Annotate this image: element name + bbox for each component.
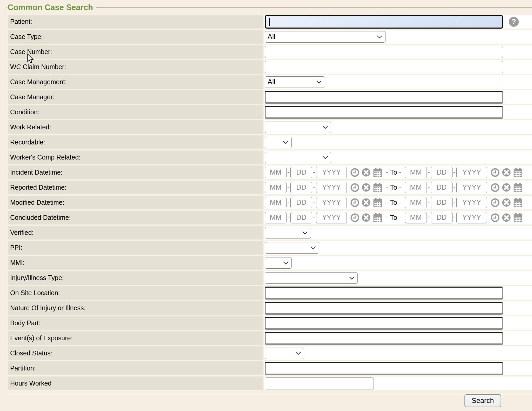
case-management-select[interactable]: All xyxy=(265,76,325,88)
calendar-icon[interactable] xyxy=(373,183,382,193)
clear-icon[interactable] xyxy=(362,213,371,222)
incident-datetime-from-day-input[interactable] xyxy=(290,167,312,178)
form-table-body: Patient:?Case Type:AllCase Number:WC Cla… xyxy=(8,15,532,390)
body-part-input[interactable] xyxy=(265,317,503,330)
wc-claim-number-input[interactable] xyxy=(265,61,503,73)
concluded-datetime-to-year-input[interactable] xyxy=(456,212,487,223)
calendar-icon[interactable] xyxy=(513,168,523,177)
concluded-datetime-to-month-input[interactable] xyxy=(405,212,427,223)
body-part-label-cell: Body Part: xyxy=(8,316,263,330)
reported-datetime-from-year-input[interactable] xyxy=(316,182,347,193)
incident-datetime-to-month-input[interactable] xyxy=(405,167,427,178)
case-number-label-cell: Case Number: xyxy=(8,45,263,59)
workers-comp-related-select[interactable] xyxy=(265,152,331,163)
form-row-incident-datetime: Incident Datetime:--- To --- xyxy=(8,165,532,179)
date-separator: - xyxy=(287,168,290,176)
clock-icon[interactable] xyxy=(491,168,500,177)
injury-illness-type-select[interactable] xyxy=(265,272,358,284)
calendar-icon[interactable] xyxy=(513,183,523,193)
incident-datetime-from-month-input[interactable] xyxy=(265,167,287,178)
incident-datetime-to-year-input[interactable] xyxy=(456,167,487,178)
body-part-input-cell xyxy=(264,316,532,330)
case-manager-input[interactable] xyxy=(265,91,503,104)
ppi-input-cell xyxy=(264,241,532,255)
form-row-injury-illness-type: Injury/Illness Type: xyxy=(8,271,532,285)
clear-icon[interactable] xyxy=(502,213,511,222)
injury-illness-type-label: Injury/Illness Type: xyxy=(10,274,64,281)
clock-icon[interactable] xyxy=(350,213,359,222)
clock-icon[interactable] xyxy=(350,168,359,177)
case-manager-label: Case Manager: xyxy=(10,93,55,101)
form-row-case-management: Case Management:All xyxy=(8,75,532,89)
incident-datetime-from-year-input[interactable] xyxy=(316,167,347,178)
events-of-exposure-input[interactable] xyxy=(265,332,503,345)
common-case-search-fieldset: Common Case Search Patient:?Case Type:Al… xyxy=(6,3,532,394)
hours-worked-input[interactable] xyxy=(265,377,374,389)
case-type-select[interactable]: All xyxy=(265,31,385,43)
concluded-datetime-range-to-label: - To - xyxy=(386,214,401,222)
concluded-datetime-input-cell: --- To --- xyxy=(264,211,532,224)
modified-datetime-to-year-input[interactable] xyxy=(456,197,487,208)
nature-of-injury-or-illness-input[interactable] xyxy=(265,302,503,315)
date-separator: - xyxy=(453,183,456,191)
clock-icon[interactable] xyxy=(491,198,500,207)
reported-datetime-to-day-input[interactable] xyxy=(431,182,453,193)
chevron-down-icon xyxy=(349,276,355,280)
modified-datetime-from-year-input[interactable] xyxy=(316,197,347,208)
recordable-select[interactable] xyxy=(265,137,292,148)
hours-worked-label-cell: Hours Worked xyxy=(8,376,263,390)
modified-datetime-from-month-input[interactable] xyxy=(265,197,287,208)
form-row-hours-worked: Hours Worked xyxy=(8,376,532,390)
mmi-label-cell: MMI: xyxy=(8,256,263,270)
chevron-down-icon xyxy=(316,80,322,84)
concluded-datetime-label-cell: Concluded Datetime: xyxy=(8,211,263,224)
calendar-icon[interactable] xyxy=(373,198,382,208)
clear-icon[interactable] xyxy=(362,183,371,192)
condition-input[interactable] xyxy=(265,106,503,119)
work-related-select[interactable] xyxy=(265,122,331,133)
reported-datetime-from-day-input[interactable] xyxy=(290,182,312,193)
form-row-concluded-datetime: Concluded Datetime:--- To --- xyxy=(8,211,532,224)
concluded-datetime-from-day-input[interactable] xyxy=(290,212,312,223)
clock-icon[interactable] xyxy=(491,183,500,192)
calendar-icon[interactable] xyxy=(373,213,382,223)
closed-status-select[interactable] xyxy=(265,348,304,359)
case-number-input[interactable] xyxy=(265,46,503,58)
clear-icon[interactable] xyxy=(502,198,511,207)
date-separator: - xyxy=(313,198,315,207)
reported-datetime-from-month-input[interactable] xyxy=(265,182,287,193)
clock-icon[interactable] xyxy=(350,183,359,192)
concluded-datetime-from-month-input[interactable] xyxy=(265,212,287,223)
concluded-datetime-from-year-input[interactable] xyxy=(316,212,347,223)
partition-input[interactable] xyxy=(265,362,503,375)
clear-icon[interactable] xyxy=(502,183,511,192)
clear-icon[interactable] xyxy=(362,198,371,207)
ppi-select[interactable] xyxy=(265,242,319,254)
calendar-icon[interactable] xyxy=(373,168,382,177)
case-type-label: Case Type: xyxy=(10,33,43,40)
clock-icon[interactable] xyxy=(491,213,500,222)
clock-icon[interactable] xyxy=(350,198,359,207)
calendar-icon[interactable] xyxy=(513,213,523,223)
ppi-label-cell: PPI: xyxy=(8,241,263,255)
clear-icon[interactable] xyxy=(502,168,511,177)
modified-datetime-to-day-input[interactable] xyxy=(431,197,453,208)
modified-datetime-to-month-input[interactable] xyxy=(405,197,427,208)
reported-datetime-to-month-input[interactable] xyxy=(405,182,427,193)
incident-datetime-to-day-input[interactable] xyxy=(431,167,453,178)
on-site-location-input[interactable] xyxy=(265,287,503,300)
workers-comp-related-label: Worker's Comp Related: xyxy=(10,154,81,161)
help-icon[interactable]: ? xyxy=(509,17,519,27)
concluded-datetime-to-day-input[interactable] xyxy=(431,212,453,223)
reported-datetime-to-year-input[interactable] xyxy=(456,182,487,193)
case-management-label-cell: Case Management: xyxy=(8,75,263,89)
search-button[interactable]: Search xyxy=(464,394,501,407)
form-row-on-site-location: On Site Location: xyxy=(8,286,532,300)
calendar-icon[interactable] xyxy=(513,198,523,208)
mmi-select[interactable] xyxy=(265,257,292,269)
wc-claim-number-label: WC Claim Number: xyxy=(10,63,66,70)
modified-datetime-from-day-input[interactable] xyxy=(290,197,312,208)
clear-icon[interactable] xyxy=(362,168,371,177)
patient-input[interactable] xyxy=(265,15,503,29)
verified-select[interactable] xyxy=(265,227,311,238)
